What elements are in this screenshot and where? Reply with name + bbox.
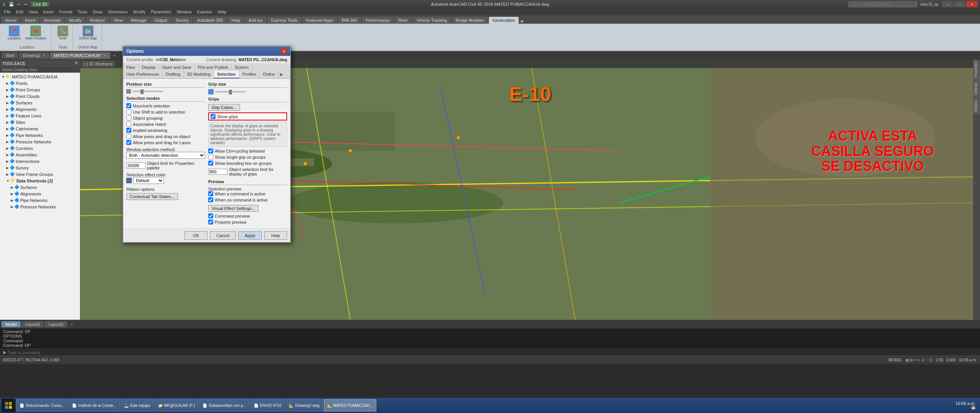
ribbon-tab-performance[interactable]: Performance <box>362 17 394 24</box>
show-bounding-box-checkbox[interactable] <box>208 161 213 166</box>
obj-limit-input[interactable] <box>126 163 145 169</box>
quick-access-undo[interactable]: ↩ <box>17 2 21 7</box>
ribbon-tab-view[interactable]: View <box>109 17 126 24</box>
menu-window[interactable]: Window <box>175 9 194 15</box>
contextual-tab-btn[interactable]: Contextual Tab States... <box>126 193 178 200</box>
new-layout-button[interactable]: + <box>68 321 75 327</box>
ribbon-tab-help[interactable]: Help <box>227 17 244 24</box>
close-button[interactable]: ✕ <box>966 1 978 7</box>
tree-item-alignments[interactable]: ▶ 🔷 Alignments <box>0 106 80 112</box>
quick-access-redo[interactable]: ↪ <box>24 2 27 7</box>
taskbar-item-mateo[interactable]: 📐 MATEO PUMACCAH... <box>324 399 376 411</box>
doc-tab-main[interactable]: MATEO PUMACCAHUA*✕ <box>50 52 110 59</box>
ribbon-tab-more[interactable]: ▶ <box>519 19 526 24</box>
effect-color-select[interactable]: Default <box>133 177 164 184</box>
show-grips-checkbox[interactable] <box>211 114 216 119</box>
keyword-search-input[interactable] <box>848 2 917 7</box>
tree-root[interactable]: ▼ 📁 MATEO PUMACCAHUA <box>0 73 80 80</box>
location-button[interactable]: 📍 Location <box>6 25 22 41</box>
dlg-tab-profiles[interactable]: Profiles <box>239 71 260 78</box>
ribbon-tab-autodesk360[interactable]: Autodesk 360 <box>193 17 227 24</box>
menu-format[interactable]: Format <box>57 9 75 15</box>
tree-item-pipenetworks[interactable]: ▶ 🔷 Pipe Networks <box>0 132 80 138</box>
menu-express[interactable]: Express <box>195 9 215 15</box>
dlg-tab-3dmodeling[interactable]: 3D Modeling <box>184 71 214 78</box>
show-single-grip-checkbox[interactable] <box>208 154 213 159</box>
tree-item-surfaces[interactable]: ▶ 🔷 Surfaces <box>0 99 80 106</box>
ribbon-tab-home[interactable]: Home <box>2 17 20 24</box>
ribbon-tab-bim360[interactable]: BIM 360 <box>338 17 361 24</box>
tree-item-survey[interactable]: ▶ 🔷 Survey <box>0 164 80 171</box>
tree-item-viewframegroups[interactable]: ▶ 🔷 View Frame Groups <box>0 171 80 177</box>
obj-grouping-checkbox[interactable] <box>126 115 131 120</box>
ribbon-tab-output[interactable]: Output <box>151 17 171 24</box>
ribbon-tab-featuredapps[interactable]: Featured Apps <box>302 17 337 24</box>
pickbox-slider[interactable] <box>132 91 163 92</box>
taskbar-item-solucionando[interactable]: 📄 Solucionando: Como... <box>16 399 68 411</box>
command-preview-checkbox[interactable] <box>208 213 213 218</box>
menu-modify[interactable]: Modify <box>131 9 148 15</box>
ribbon-tab-bridgemodeler[interactable]: Bridge Modeler <box>452 17 488 24</box>
grip-limit-input[interactable] <box>208 169 227 175</box>
tree-item-sites[interactable]: ▶ 🔷 Sites <box>0 119 80 125</box>
layout-tab-layout1[interactable]: Layout1 <box>45 321 67 327</box>
allow-ctrl-cycling-checkbox[interactable] <box>208 148 213 153</box>
allow-press-lasso-checkbox[interactable] <box>126 140 131 145</box>
tree-item-ds-pipenetworks[interactable]: ▶ 🔷 Pipe Networks <box>0 197 80 203</box>
tree-item-catchments[interactable]: ▶ 🔷 Catchments <box>0 125 80 132</box>
visual-effect-settings-btn[interactable]: Visual Effect Settings... <box>208 205 258 212</box>
menu-edit[interactable]: Edit <box>14 9 26 15</box>
tree-item-pressurenetworks[interactable]: ▶ 🔷 Pressure Networks <box>0 138 80 145</box>
quick-access-save[interactable]: 💾 <box>9 2 14 7</box>
tools-button[interactable]: 🔧 Tools <box>56 25 70 41</box>
vp-wireframe-label[interactable]: [↑] 3D Wireframe <box>82 61 114 67</box>
doc-tab-drawing2[interactable]: Drawing2✕ <box>19 52 49 59</box>
implied-window-checkbox[interactable] <box>126 128 131 133</box>
menu-dimension[interactable]: Dimension <box>106 9 130 15</box>
noun-verb-checkbox[interactable] <box>126 103 131 108</box>
tree-item-pointgroups[interactable]: ▶ 🔷 Point Groups <box>0 86 80 93</box>
ribbon-tab-geolocation[interactable]: Geolocation <box>489 17 519 24</box>
toolbox-close[interactable]: ✕ <box>74 61 78 66</box>
pickbox-slider-thumb[interactable] <box>140 89 144 94</box>
dialog-close-button[interactable]: ✕ <box>281 48 287 54</box>
ribbon-tab-annotate[interactable]: Annotate <box>40 17 65 24</box>
tree-item-featurelines[interactable]: ▶ 🔷 Feature Lines <box>0 112 80 119</box>
when-no-command-checkbox[interactable] <box>208 197 213 202</box>
dlg-tab-plotpublish[interactable]: Plot and Publish <box>195 64 232 71</box>
grip-slider[interactable] <box>215 91 246 93</box>
ribbon-tab-insert[interactable]: Insert <box>21 17 39 24</box>
tree-item-ds-surfaces[interactable]: ▶ 🔷 Surfaces <box>0 184 80 190</box>
ribbon-tab-manage[interactable]: Manage <box>127 17 150 24</box>
minimize-button[interactable]: — <box>942 1 953 7</box>
dialog-ok-button[interactable]: OK <box>185 231 207 240</box>
vtab-settings[interactable]: Settings <box>973 80 980 98</box>
layout-tab-model[interactable]: Model <box>2 321 21 327</box>
ribbon-tab-analyze[interactable]: Analyze <box>86 17 109 24</box>
mark-position-button[interactable]: 📌 Mark Position <box>24 25 48 41</box>
ribbon-tab-vehicletracking[interactable]: Vehicle Tracking <box>413 17 451 24</box>
tree-item-datashortcuts[interactable]: ▼ 📁 Data Shortcuts [J] <box>0 177 80 184</box>
tree-item-points[interactable]: ▶ 🔷 Points <box>0 80 80 86</box>
tree-item-ds-alignments[interactable]: ▶ 🔷 Alignments <box>0 190 80 197</box>
dlg-tab-display[interactable]: Display <box>139 64 159 71</box>
doc-tab-main-close[interactable]: ✕ <box>103 53 106 58</box>
ribbon-tab-addins[interactable]: Add-ins <box>245 17 266 24</box>
tree-item-corridors[interactable]: ▶ 🔷 Corridors <box>0 145 80 151</box>
onlinemap-button[interactable]: 🗺️ Online Map <box>78 25 98 41</box>
dlg-tab-opensave[interactable]: Open and Save <box>159 64 194 71</box>
dlg-tab-drafting[interactable]: Drafting <box>163 71 184 78</box>
maximize-button[interactable]: □ <box>954 1 965 7</box>
taskbar-item-instituto[interactable]: 📄 Instituto de la Constr... <box>69 399 120 411</box>
dlg-tab-system[interactable]: System <box>232 64 252 71</box>
vtab-toolbox[interactable]: Toolbox <box>973 98 980 114</box>
taskbar-item-subassemblys[interactable]: 📄 Subassenblys con p... <box>199 399 250 411</box>
new-tab-button[interactable]: + <box>111 52 118 59</box>
menu-parametric[interactable]: Parametric <box>149 9 173 15</box>
doc-tab-drawing2-close[interactable]: ✕ <box>42 53 46 58</box>
menu-file[interactable]: File <box>2 9 13 15</box>
assoc-hatch-checkbox[interactable] <box>126 122 131 127</box>
menu-help[interactable]: Help <box>216 9 229 15</box>
menu-tools[interactable]: Tools <box>75 9 90 15</box>
ribbon-tab-survey[interactable]: Survey <box>172 17 193 24</box>
